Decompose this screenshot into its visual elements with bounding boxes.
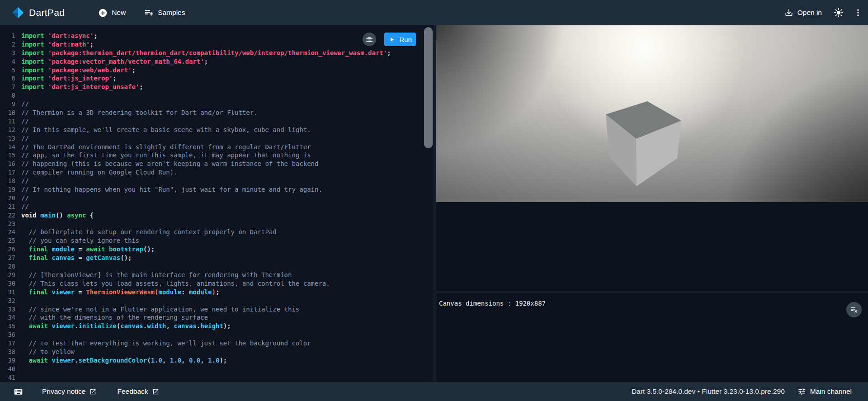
line-number: 12 — [0, 126, 15, 134]
external-link-icon — [90, 388, 96, 395]
code-line: 38 // to yellow — [0, 348, 433, 356]
line-number: 21 — [0, 203, 15, 211]
line-number: 25 — [0, 236, 15, 245]
format-button[interactable] — [363, 33, 376, 46]
line-number: 39 — [0, 356, 15, 365]
brightness-icon — [834, 8, 844, 18]
new-button[interactable]: New — [98, 8, 126, 18]
code-lines: 1import 'dart:async';2import 'dart:math'… — [0, 25, 433, 382]
code-line: 28 — [0, 262, 433, 271]
line-number: 28 — [0, 262, 15, 271]
line-number: 13 — [0, 134, 15, 143]
code-line: 6import 'dart:js_interop'; — [0, 74, 433, 83]
code-line: 23 — [0, 220, 433, 228]
line-number: 3 — [0, 49, 15, 57]
samples-button[interactable]: Samples — [144, 8, 185, 18]
cube-3d-render — [436, 25, 868, 202]
code-line: 9// — [0, 100, 433, 109]
code-line: 36 — [0, 330, 433, 339]
line-number: 1 — [0, 32, 15, 40]
line-number: 41 — [0, 373, 15, 382]
line-number: 9 — [0, 100, 15, 109]
playlist-add-icon — [144, 8, 154, 18]
line-number: 27 — [0, 254, 15, 262]
format-align-icon — [365, 35, 373, 43]
run-button-label: Run — [399, 36, 412, 43]
line-number: 32 — [0, 297, 15, 305]
keyboard-shortcuts-button[interactable] — [14, 387, 23, 396]
code-line: 13// — [0, 134, 433, 143]
add-circle-icon — [98, 8, 108, 18]
privacy-notice-link[interactable]: Privacy notice — [42, 387, 96, 396]
code-line: 37 // to test that everything is working… — [0, 339, 433, 348]
line-number: 37 — [0, 339, 15, 348]
code-line: 8 — [0, 91, 433, 100]
code-line: 25 // you can safely ignore this — [0, 236, 433, 245]
line-number: 11 — [0, 117, 15, 126]
theme-toggle-button[interactable] — [834, 8, 844, 18]
line-number: 30 — [0, 279, 15, 288]
code-line: 29 // [ThermionViewer] is the main inter… — [0, 271, 433, 279]
code-line: 41 — [0, 373, 433, 382]
output-background — [436, 202, 868, 292]
line-number: 8 — [0, 91, 15, 100]
code-line: 10// Thermion is a 3D rendering toolkit … — [0, 109, 433, 117]
code-line: 34 // with the dimensions of the renderi… — [0, 313, 433, 322]
open-in-label: Open in — [797, 9, 822, 17]
line-number: 22 — [0, 211, 15, 220]
open-in-button[interactable]: Open in — [784, 8, 822, 17]
new-button-label: New — [112, 9, 126, 17]
line-number: 6 — [0, 74, 15, 83]
line-number: 29 — [0, 271, 15, 279]
header: DartPad New Samples Open in — [0, 0, 868, 25]
output-panel: Canvas dimensions : 868x401 — [436, 25, 868, 382]
code-line: 31 final viewer = ThermionViewerWasm(mod… — [0, 288, 433, 297]
editor-scrollbar-thumb[interactable] — [424, 27, 433, 148]
line-number: 24 — [0, 228, 15, 236]
code-line: 5import 'package:web/web.dart'; — [0, 66, 433, 75]
code-line: 30 // This class lets you load assets, l… — [0, 279, 433, 288]
panel-splitter[interactable] — [433, 25, 436, 382]
code-line: 27 final canvas = getCanvas(); — [0, 254, 433, 262]
clear-console-button[interactable] — [846, 302, 862, 317]
code-line: 22void main() async { — [0, 211, 433, 220]
line-number: 14 — [0, 143, 15, 151]
code-line: 15// app, so the first time you run this… — [0, 151, 433, 160]
line-number: 17 — [0, 168, 15, 177]
console-panel: Canvas dimensions : 868x401 — [436, 292, 868, 382]
code-line: 18// — [0, 177, 433, 185]
code-line: 21// — [0, 203, 433, 211]
code-line: 17// compiler running on Google Cloud Ru… — [0, 168, 433, 177]
code-line: 11// — [0, 117, 433, 126]
code-line: 16// happening (this is because we aren'… — [0, 160, 433, 168]
editor-actions: Run — [363, 33, 416, 46]
page-title: DartPad — [29, 7, 65, 18]
channel-selector[interactable]: Main channel — [797, 387, 852, 396]
download-icon — [784, 8, 793, 17]
feedback-link[interactable]: Feedback — [117, 387, 159, 396]
line-number: 38 — [0, 348, 15, 356]
line-number: 31 — [0, 288, 15, 297]
run-button[interactable]: Run — [384, 33, 416, 46]
code-line: 20// — [0, 194, 433, 203]
overflow-menu-button[interactable] — [854, 8, 863, 17]
line-number: 23 — [0, 220, 15, 228]
line-number: 19 — [0, 185, 15, 194]
line-number: 40 — [0, 365, 15, 373]
line-number: 34 — [0, 313, 15, 322]
code-line: 24 // boilerplate to setup our rendering… — [0, 228, 433, 236]
line-number: 10 — [0, 109, 15, 117]
code-editor-panel[interactable]: 1import 'dart:async';2import 'dart:math'… — [0, 25, 433, 382]
sdk-versions: Dart 3.5.0-284.0.dev • Flutter 3.23.0-13… — [632, 387, 785, 396]
dart-logo-icon — [12, 6, 24, 19]
code-line: 4import 'package:vector_math/vector_math… — [0, 57, 433, 66]
line-number: 2 — [0, 40, 15, 49]
channel-label: Main channel — [810, 387, 852, 396]
code-line: 35 await viewer.initialize(canvas.width,… — [0, 322, 433, 330]
code-line: 12// In this sample, we'll create a basi… — [0, 126, 433, 134]
line-number: 16 — [0, 160, 15, 168]
render-canvas[interactable] — [436, 25, 868, 202]
line-number: 20 — [0, 194, 15, 203]
dartpad-app: DartPad New Samples Open in — [0, 0, 868, 401]
feedback-label: Feedback — [117, 387, 148, 396]
